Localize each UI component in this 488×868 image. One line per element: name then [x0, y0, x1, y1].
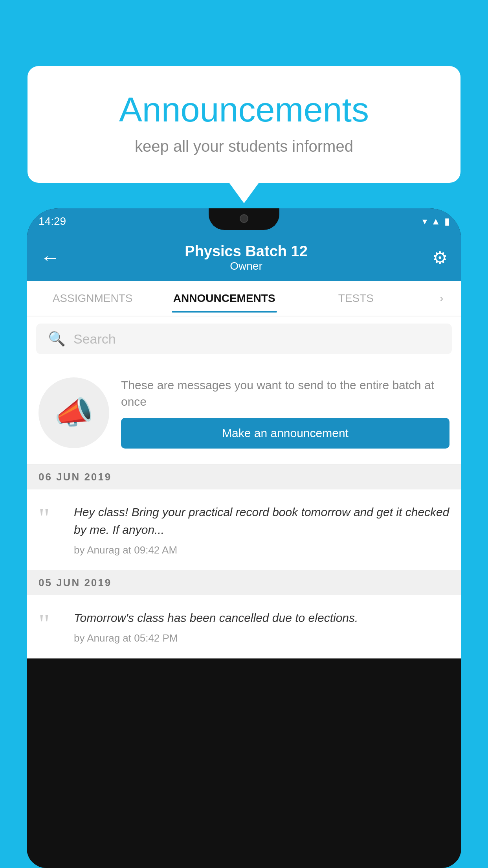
- announcement-message-1: Hey class! Bring your practical record b…: [74, 503, 449, 539]
- tabs-bar: ASSIGNMENTS ANNOUNCEMENTS TESTS ›: [27, 281, 461, 316]
- batch-name: Physics Batch 12: [185, 243, 308, 260]
- date-divider-1: 06 JUN 2019: [27, 465, 461, 489]
- status-icons: ▾ ▲ ▮: [422, 216, 449, 227]
- notch: [209, 208, 279, 230]
- announcement-meta-1: by Anurag at 09:42 AM: [74, 544, 449, 556]
- tab-assignments[interactable]: ASSIGNMENTS: [27, 284, 158, 313]
- settings-icon[interactable]: ⚙: [432, 248, 448, 268]
- announcement-item-2: " Tomorrow's class has been cancelled du…: [27, 595, 461, 658]
- tab-tests[interactable]: TESTS: [290, 284, 422, 313]
- quote-mark-icon-2: ": [39, 609, 62, 635]
- megaphone-circle: 📣: [39, 377, 109, 448]
- tab-announcements[interactable]: ANNOUNCEMENTS: [158, 284, 290, 313]
- announcement-text-area-1: Hey class! Bring your practical record b…: [74, 503, 449, 556]
- card-title: Announcements: [59, 90, 429, 130]
- announcement-meta-2: by Anurag at 05:42 PM: [74, 632, 449, 644]
- camera: [240, 214, 248, 223]
- status-time: 14:29: [39, 215, 66, 228]
- cta-description: These are messages you want to send to t…: [121, 377, 449, 410]
- tab-more[interactable]: ›: [422, 284, 461, 313]
- signal-icon: ▲: [431, 216, 440, 227]
- announcement-item-1: " Hey class! Bring your practical record…: [27, 489, 461, 570]
- search-icon: 🔍: [48, 331, 66, 347]
- announcement-info-card: Announcements keep all your students inf…: [28, 66, 460, 183]
- role-label: Owner: [185, 260, 308, 272]
- cta-section: 📣 These are messages you want to send to…: [27, 361, 461, 465]
- back-button[interactable]: ←: [40, 246, 60, 269]
- megaphone-icon: 📣: [54, 394, 94, 431]
- search-bar-container: 🔍 Search: [27, 316, 461, 361]
- announcement-message-2: Tomorrow's class has been cancelled due …: [74, 609, 449, 627]
- announcement-text-area-2: Tomorrow's class has been cancelled due …: [74, 609, 449, 644]
- quote-mark-icon: ": [39, 503, 62, 529]
- status-bar: 14:29 ▾ ▲ ▮: [27, 208, 461, 234]
- cta-right: These are messages you want to send to t…: [121, 377, 449, 449]
- header-title-area: Physics Batch 12 Owner: [185, 243, 308, 272]
- phone-frame: 14:29 ▾ ▲ ▮ ← Physics Batch 12 Owner ⚙ A…: [27, 208, 461, 868]
- date-divider-2: 05 JUN 2019: [27, 570, 461, 595]
- card-subtitle: keep all your students informed: [59, 138, 429, 155]
- app-header: ← Physics Batch 12 Owner ⚙: [27, 234, 461, 281]
- search-input[interactable]: Search: [73, 331, 116, 347]
- search-input-wrapper[interactable]: 🔍 Search: [36, 324, 452, 354]
- phone-content: 🔍 Search 📣 These are messages you want t…: [27, 316, 461, 658]
- battery-icon: ▮: [444, 216, 449, 227]
- make-announcement-button[interactable]: Make an announcement: [121, 418, 449, 449]
- wifi-icon: ▾: [422, 216, 427, 227]
